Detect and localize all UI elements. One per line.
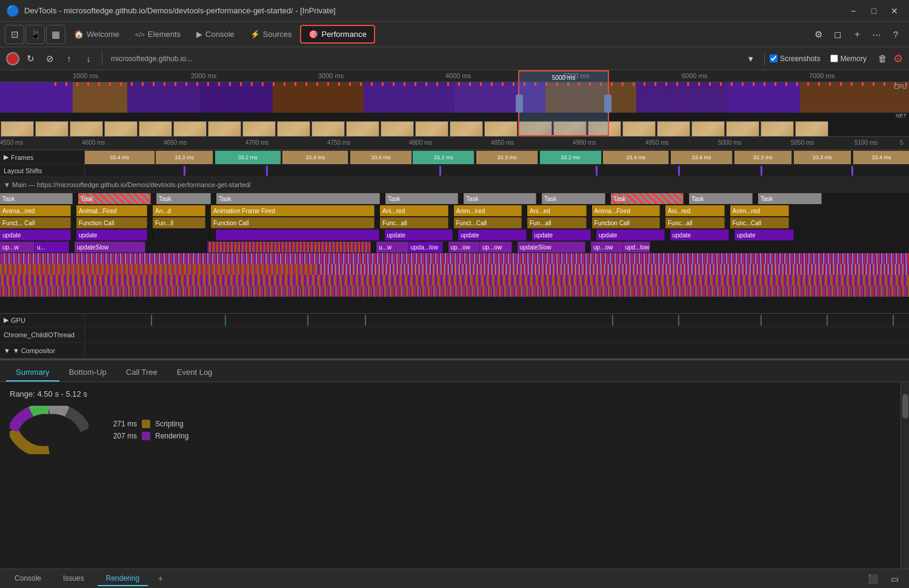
record-button[interactable] xyxy=(6,52,19,65)
flame-func-big[interactable]: Function Call xyxy=(211,217,375,228)
tab-event-log[interactable]: Event Log xyxy=(167,364,222,382)
flame-func[interactable]: Fun...all xyxy=(527,217,587,228)
frame-block[interactable]: 33.3 ms xyxy=(794,151,851,164)
timeline-overview[interactable]: 1000 ms 2000 ms 3000 ms 4000 ms 5000 ms … xyxy=(0,70,909,137)
flame-update2[interactable]: up...ow xyxy=(480,242,512,253)
toggle-sidebar-button[interactable]: ▦ xyxy=(46,25,65,44)
frame-block[interactable]: 33.2 ms xyxy=(413,151,474,164)
add-tab-button[interactable]: ＋ xyxy=(848,26,865,43)
flame-func[interactable]: Func...all xyxy=(380,217,448,228)
flame-task[interactable]: Task xyxy=(0,193,73,204)
scroll-thumb[interactable] xyxy=(902,394,908,418)
frame-block[interactable]: 33.3 ms xyxy=(476,151,538,164)
frame-block[interactable]: 33.4 ms xyxy=(282,151,348,164)
compositor-label[interactable]: ▼ ▼ Compositor xyxy=(0,343,85,358)
tab-sources[interactable]: ⚡ Sources xyxy=(243,26,299,42)
tab-bottom-up[interactable]: Bottom-Up xyxy=(59,364,116,382)
tab-performance[interactable]: 🎯 Performance xyxy=(300,25,375,44)
frame-block[interactable]: 33.2 ms xyxy=(540,151,602,164)
more-tabs-button[interactable]: ⋯ xyxy=(868,26,885,43)
selection-handle-left[interactable] xyxy=(516,94,523,113)
flame-task[interactable]: Task xyxy=(758,193,822,204)
tab-call-tree[interactable]: Call Tree xyxy=(116,364,167,382)
inspect-button[interactable]: ⊡ xyxy=(5,25,24,44)
flame-func[interactable]: Func...Call xyxy=(730,217,790,228)
frame-block[interactable]: 33.2 ms xyxy=(215,151,281,164)
flame-chart[interactable]: Task Task Task Task Task Task Task Task … xyxy=(0,193,909,314)
minimize-button[interactable]: − xyxy=(845,5,862,17)
flame-anim[interactable]: Anim...red xyxy=(730,205,790,216)
flame-anim[interactable]: An...d xyxy=(153,205,205,216)
flame-update2[interactable]: u...w xyxy=(376,242,408,253)
flame-task-red[interactable]: Task xyxy=(611,193,684,204)
status-tab-rendering[interactable]: Rendering xyxy=(98,572,148,586)
frame-block[interactable]: 33.4 ms xyxy=(603,151,669,164)
flame-anim[interactable]: Anima...ired xyxy=(0,205,71,216)
screenshots-checkbox[interactable]: Screenshots xyxy=(770,55,821,63)
flame-updateslow[interactable]: updateSlow xyxy=(75,242,145,253)
flame-update2[interactable]: upd...low xyxy=(623,242,650,253)
url-input[interactable] xyxy=(107,53,740,64)
browser-action-button[interactable]: ◻ xyxy=(829,26,846,43)
tab-elements[interactable]: </> Elements xyxy=(128,26,188,42)
flame-func[interactable]: Function Call xyxy=(76,217,147,228)
flame-anim[interactable]: Anim...ired xyxy=(454,205,522,216)
flame-func[interactable]: Func...all xyxy=(665,217,725,228)
flame-update2[interactable]: upda...low xyxy=(408,242,443,253)
vertical-scrollbar[interactable] xyxy=(901,382,909,588)
flame-update[interactable]: update xyxy=(596,230,665,240)
flame-task[interactable]: Task xyxy=(689,193,753,204)
help-button[interactable]: ? xyxy=(887,26,904,43)
flame-updateslow[interactable]: updateSlow xyxy=(518,242,586,253)
trash-button[interactable]: 🗑 xyxy=(874,50,891,67)
flame-anim[interactable]: Ani...red xyxy=(380,205,448,216)
child-io-label[interactable]: Chrome_ChildIOThread xyxy=(0,327,85,342)
gpu-label[interactable]: ▶ GPU xyxy=(0,314,85,326)
flame-update[interactable]: update xyxy=(385,230,453,240)
flame-update[interactable]: update xyxy=(76,230,147,240)
maximize-button[interactable]: □ xyxy=(865,5,882,17)
download-button[interactable]: ↓ xyxy=(80,50,97,67)
flame-update2[interactable]: up...ow xyxy=(591,242,623,253)
status-tab-console[interactable]: Console xyxy=(6,572,50,586)
frames-expand-icon[interactable]: ▶ xyxy=(4,153,8,161)
selection-handle-right[interactable] xyxy=(604,94,611,113)
tab-summary[interactable]: Summary xyxy=(6,364,59,382)
flame-anim-big[interactable]: Animation Frame Fired xyxy=(211,205,375,216)
frame-block[interactable]: 33.4 ms xyxy=(85,151,155,164)
flame-func[interactable]: Funct...Call xyxy=(454,217,522,228)
add-tab-button[interactable]: + xyxy=(153,573,168,584)
frame-block[interactable]: 33.6 ms xyxy=(350,151,412,164)
flame-complex[interactable] xyxy=(207,242,371,253)
flame-update[interactable]: update xyxy=(670,230,730,240)
flame-func[interactable]: Funct... Call xyxy=(0,217,71,228)
settings-extra-button[interactable]: ⚙ xyxy=(810,26,827,43)
flame-anim[interactable]: Anima...Fired xyxy=(592,205,661,216)
flame-update[interactable]: update xyxy=(734,230,794,240)
url-dropdown-button[interactable]: ▾ xyxy=(742,50,759,67)
frame-block[interactable]: 33.3 ms xyxy=(156,151,213,164)
flame-anim[interactable]: Ani...ed xyxy=(527,205,587,216)
flame-update[interactable]: update xyxy=(458,230,527,240)
tab-console[interactable]: ▶ Console xyxy=(189,26,242,42)
flame-task[interactable]: Task xyxy=(542,193,605,204)
clear-button[interactable]: ⊘ xyxy=(41,50,58,67)
frame-block[interactable]: 33.4 ms xyxy=(671,151,733,164)
dock-side-button[interactable]: ▭ xyxy=(886,570,903,587)
gpu-expand-icon[interactable]: ▶ xyxy=(4,316,8,324)
flame-anim[interactable]: Animat...Fired xyxy=(76,205,147,216)
flame-task[interactable]: Task xyxy=(156,193,211,204)
compositor-expand-icon[interactable]: ▼ xyxy=(4,347,10,354)
tab-welcome[interactable]: 🏠 Welcome xyxy=(67,26,127,42)
flame-update2[interactable]: u... xyxy=(35,242,69,253)
status-tab-issues[interactable]: Issues xyxy=(55,572,93,586)
flame-update2[interactable]: up...ow xyxy=(448,242,481,253)
flame-task[interactable]: Task xyxy=(385,193,458,204)
flame-task[interactable]: Task xyxy=(464,193,536,204)
memory-checkbox[interactable]: Memory xyxy=(830,55,867,63)
flame-func[interactable]: Fun...ll xyxy=(153,217,205,228)
gear-icon[interactable]: ⚙ xyxy=(893,52,903,65)
dock-bottom-button[interactable]: ⬛ xyxy=(864,570,881,587)
flame-task-red[interactable]: Task xyxy=(78,193,151,204)
flame-update[interactable]: update xyxy=(0,230,71,240)
